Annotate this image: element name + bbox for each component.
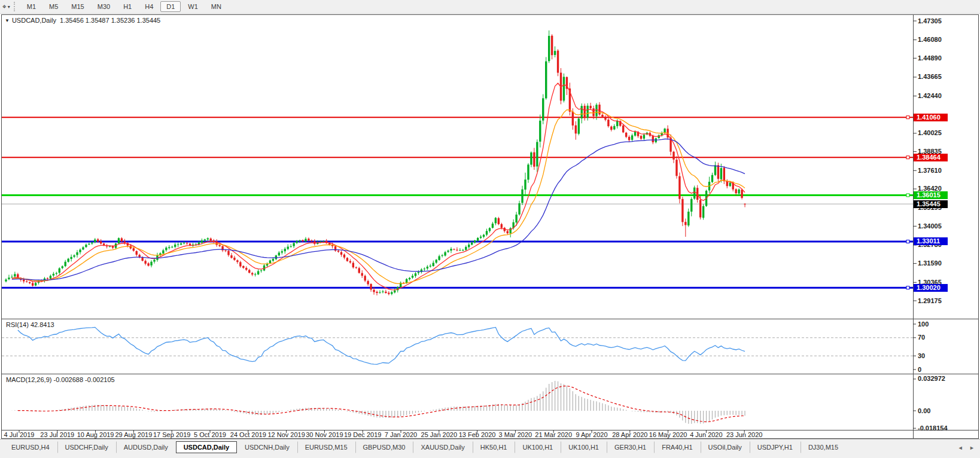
- sr-line-handle[interactable]: [906, 286, 909, 289]
- chart-tab-bar: EURUSD,H4USDCHF,DailyAUDUSD,DailyUSDCAD,…: [0, 439, 980, 458]
- rsi-line: [18, 327, 745, 364]
- rsi-pane: [2, 324, 916, 370]
- timeframe-button-m30[interactable]: M30: [92, 1, 116, 12]
- chart-tab-eurusd-h4[interactable]: EURUSD,H4: [4, 441, 57, 453]
- chart-tab-usdcad-daily[interactable]: USDCAD,Daily: [176, 441, 237, 453]
- timeframe-button-h1[interactable]: H1: [117, 1, 138, 12]
- pane-frames: [2, 15, 979, 439]
- macd-signal-line: [18, 386, 745, 422]
- chart-tab-usdchf-daily[interactable]: USDCHF,Daily: [57, 441, 116, 453]
- chart-canvas[interactable]: [0, 0, 980, 458]
- chart-tab-eurusd-m15[interactable]: EURUSD,M15: [297, 441, 355, 453]
- timeframe-buttons: M1M5M15M30H1H4D1W1MN: [20, 1, 228, 12]
- date-axis: [19, 430, 744, 433]
- trading-terminal: { "icons":{"crosshair":"⌖","dropdown":"▾…: [0, 0, 980, 458]
- sr-line-handle[interactable]: [906, 240, 909, 243]
- chart-tab-uk100-h1[interactable]: UK100,H1: [515, 441, 561, 453]
- chart-tab-usdcnh-daily[interactable]: USDCNH,Daily: [237, 441, 297, 453]
- chart-tab-gbpusd-m30[interactable]: GBPUSD,M30: [355, 441, 413, 453]
- crosshair-tool-icon[interactable]: ⌖: [0, 2, 8, 11]
- chart-tab-hk50-h1[interactable]: HK50,H1: [473, 441, 515, 453]
- timeframe-button-d1[interactable]: D1: [160, 1, 181, 12]
- timeframe-button-m15[interactable]: M15: [65, 1, 90, 12]
- timeframe-button-w1[interactable]: W1: [182, 1, 204, 12]
- chevron-down-icon[interactable]: ▾: [8, 4, 13, 10]
- timeframe-button-h4[interactable]: H4: [139, 1, 159, 12]
- sr-line-handle[interactable]: [906, 194, 909, 197]
- chart-tab-fra40-h1[interactable]: FRA40,H1: [654, 441, 700, 453]
- timeframe-toolbar: ⌖ ▾ M1M5M15M30H1H4D1W1MN: [0, 0, 980, 14]
- timeframe-button-m5[interactable]: M5: [43, 1, 64, 12]
- candles: [5, 30, 745, 295]
- toolbar-grip: [14, 2, 17, 11]
- sr-lines: [2, 116, 913, 289]
- chart-tab-dj30-m15[interactable]: DJ30,M15: [801, 441, 846, 453]
- chart-tab-xauusd-daily[interactable]: XAUUSD,Daily: [413, 441, 472, 453]
- chart-tab-usdjpy-h1[interactable]: USDJPY,H1: [750, 441, 801, 453]
- tab-scroll-arrows[interactable]: ◄ ►: [958, 445, 977, 451]
- chart-tab-usoil-daily[interactable]: USOil,Daily: [701, 441, 750, 453]
- macd-pane: [12, 379, 916, 428]
- sr-line-handle[interactable]: [906, 116, 909, 119]
- chart-tab-ger30-h1[interactable]: GER30,H1: [607, 441, 654, 453]
- timeframe-button-m1[interactable]: M1: [21, 1, 42, 12]
- chart-tab-uk100-h1[interactable]: UK100,H1: [561, 441, 607, 453]
- sr-line-handle[interactable]: [906, 156, 909, 159]
- ma-line-45: [12, 139, 745, 280]
- moving-averages: [12, 83, 745, 290]
- timeframe-button-mn[interactable]: MN: [205, 1, 227, 12]
- chart-tab-audusd-daily[interactable]: AUDUSD,Daily: [116, 441, 176, 453]
